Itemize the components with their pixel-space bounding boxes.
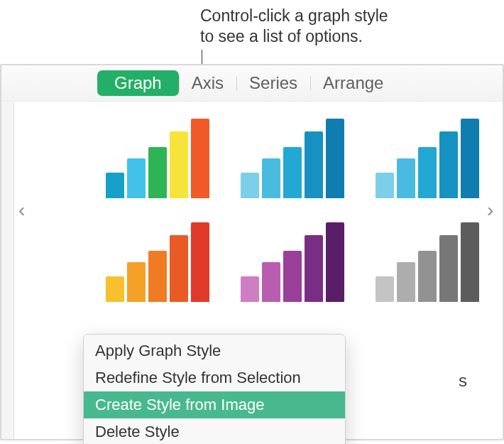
callout-line-2: to see a list of options.	[200, 26, 388, 47]
style-gallery	[101, 113, 480, 302]
thumbnail-bar	[461, 222, 479, 302]
graph-style-thumbnail[interactable]	[371, 217, 484, 302]
tab-arrange[interactable]: Arrange	[310, 70, 396, 96]
menu-redefine-style[interactable]: Redefine Style from Selection	[84, 364, 345, 391]
thumbnail-bar	[241, 276, 259, 302]
gallery-prev-arrow[interactable]: ‹	[18, 201, 30, 220]
thumbnail-bar	[170, 235, 188, 302]
graph-style-thumbnail[interactable]	[236, 113, 349, 198]
thumbnail-bar	[283, 147, 302, 198]
thumbnail-bar	[127, 158, 146, 198]
thumbnail-bar	[376, 276, 394, 302]
thumbnail-bar	[418, 147, 437, 198]
thumbnail-bar	[439, 235, 458, 302]
graph-style-thumbnail[interactable]	[371, 113, 484, 198]
thumbnail-bar	[106, 173, 124, 198]
graph-style-thumbnail[interactable]	[236, 217, 349, 302]
tab-axis[interactable]: Axis	[179, 70, 236, 96]
thumbnail-bar	[439, 131, 458, 198]
inspector-panel: Graph Axis Series Arrange ‹ › s Apply Gr…	[0, 64, 504, 440]
tab-graph[interactable]: Graph	[97, 70, 179, 96]
menu-create-style-from-image[interactable]: Create Style from Image	[84, 391, 345, 418]
canvas-gutter	[1, 102, 14, 439]
thumbnail-bar	[262, 262, 280, 302]
thumbnail-bar	[191, 119, 209, 198]
thumbnail-bar	[106, 276, 124, 302]
thumbnail-bar	[148, 147, 167, 198]
context-menu: Apply Graph Style Redefine Style from Se…	[83, 334, 346, 444]
thumbnail-bar	[418, 251, 437, 302]
gallery-next-arrow[interactable]: ›	[487, 201, 498, 220]
menu-delete-style[interactable]: Delete Style	[84, 418, 345, 444]
thumbnail-bar	[397, 158, 415, 198]
thumbnail-bar	[305, 235, 323, 302]
thumbnail-bar	[191, 222, 209, 302]
thumbnail-bar	[326, 222, 344, 302]
callout-text: Control-click a graph style to see a lis…	[200, 6, 388, 47]
thumbnail-bar	[148, 251, 167, 302]
graph-options-fragment: s	[459, 371, 467, 391]
thumbnail-bar	[397, 262, 415, 302]
thumbnail-bar	[262, 158, 280, 198]
callout-line-1: Control-click a graph style	[200, 6, 388, 26]
tab-series[interactable]: Series	[236, 70, 310, 96]
graph-style-thumbnail[interactable]	[101, 217, 214, 302]
thumbnail-bar	[461, 119, 479, 198]
thumbnail-bar	[326, 119, 344, 198]
thumbnail-bar	[283, 251, 302, 302]
menu-apply-graph-style[interactable]: Apply Graph Style	[84, 337, 345, 364]
thumbnail-bar	[241, 173, 259, 198]
thumbnail-bar	[305, 131, 323, 198]
inspector-tabbar: Graph Axis Series Arrange	[1, 65, 503, 102]
thumbnail-bar	[376, 173, 394, 198]
graph-style-thumbnail[interactable]	[101, 113, 214, 198]
thumbnail-bar	[127, 262, 146, 302]
thumbnail-bar	[170, 131, 188, 198]
